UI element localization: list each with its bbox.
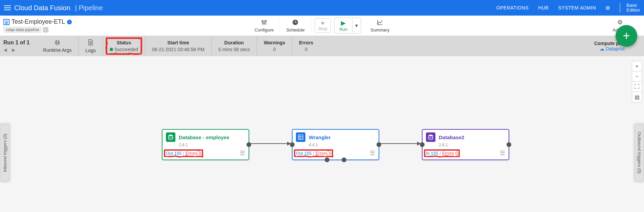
clock-icon (293, 19, 299, 26)
brand-title: Cloud Data Fusion (14, 4, 70, 12)
output-port[interactable] (507, 142, 511, 147)
add-tag-button[interactable]: + (43, 27, 48, 33)
edition-badge: Basic Edition (620, 3, 640, 13)
errors-cell: Errors 0 (292, 36, 320, 56)
nav-system-admin[interactable]: SYSTEM ADMIN (558, 5, 596, 10)
database-icon (426, 132, 435, 142)
error-port[interactable] (342, 157, 346, 162)
run-pager: ◀ ▶ (3, 47, 16, 52)
node-database-employee[interactable]: Database - employee 2.6.1 Out 155/Errors… (162, 129, 249, 160)
brand-subtitle: | Pipeline (75, 4, 103, 12)
pipeline-title: Test-Employee-ETL (12, 18, 65, 25)
comments-button[interactable]: ▤ (632, 92, 642, 102)
args-icon: Ⓜ (55, 40, 60, 46)
node-stats: Out 155/Errors 0 (296, 151, 331, 156)
nav-operations[interactable]: OPERATIONS (496, 5, 529, 10)
pipeline-tag[interactable]: cdap-data-pipeline (3, 27, 42, 33)
node-stats: Out 155/Errors 0 (166, 151, 201, 156)
inbound-triggers-tab[interactable]: Inbound triggers (0) (0, 124, 9, 182)
cloud-icon: ☁ (600, 46, 604, 51)
summary-button[interactable]: Summary (364, 19, 395, 33)
alert-port[interactable] (325, 157, 329, 162)
svg-point-3 (263, 23, 265, 24)
svg-point-5 (265, 20, 266, 22)
run-button[interactable]: ▶ Run (335, 18, 352, 33)
configure-button[interactable]: Configure (249, 19, 280, 33)
sliders-icon (261, 19, 267, 26)
connector-line (249, 143, 288, 144)
zoom-controls: + − ⛶ ▤ (632, 61, 642, 102)
run-counter: Run 1 of 1 (3, 40, 29, 46)
pipeline-canvas[interactable]: + − ⛶ ▤ Inbound triggers (0) Outbound tr… (0, 56, 644, 212)
zoom-in-button[interactable]: + (632, 61, 642, 71)
node-database2[interactable]: Database2 2.6.1 In 155/Errors 0 ☰ (422, 129, 509, 160)
svg-point-1 (262, 21, 263, 22)
run-status-bar: Run 1 of 1 ◀ ▶ Ⓜ Runtime Args Logs Statu… (0, 36, 644, 56)
input-port[interactable] (420, 142, 425, 147)
node-stats: In 155/Errors 0 (426, 151, 458, 156)
node-menu-icon[interactable]: ☰ (500, 149, 505, 157)
outbound-triggers-tab[interactable]: Outbound triggers (0) (635, 124, 644, 182)
status-dot-icon (110, 48, 113, 51)
pipeline-logo-icon (3, 19, 9, 25)
play-icon: ▶ (341, 19, 346, 27)
database-icon (166, 132, 175, 142)
start-time-cell: Start time 06-21-2021 03:46:58 PM (145, 36, 212, 56)
warnings-cell: Warnings 0 (257, 36, 292, 56)
wrangler-icon (296, 132, 305, 142)
connector-line (379, 143, 418, 144)
node-menu-icon[interactable]: ☰ (370, 149, 375, 157)
zoom-out-button[interactable]: − (632, 71, 642, 82)
pipeline-toolbar: Test-Employee-ETL i cdap-data-pipeline +… (0, 16, 644, 36)
settings-icon[interactable]: ⚙ (605, 5, 610, 11)
output-port[interactable] (377, 142, 381, 147)
input-port[interactable] (290, 142, 295, 147)
output-port[interactable] (246, 142, 251, 147)
menu-icon[interactable] (4, 5, 11, 10)
nav-hub[interactable]: HUB (538, 5, 549, 10)
svg-rect-15 (298, 135, 303, 140)
svg-point-14 (169, 135, 173, 136)
stop-icon: ■ (318, 20, 327, 26)
run-button-group: ▶ Run ▾ (334, 18, 361, 34)
file-icon (88, 39, 93, 46)
add-fab-button[interactable]: + (616, 25, 637, 47)
chart-icon (377, 19, 383, 26)
prev-run-button[interactable]: ◀ (3, 47, 7, 52)
logs-button[interactable]: Logs (79, 36, 103, 56)
gear-icon: ⚙ (617, 19, 623, 26)
next-run-button[interactable]: ▶ (12, 47, 16, 52)
run-dropdown-button[interactable]: ▾ (352, 18, 361, 33)
info-icon[interactable]: i (67, 20, 72, 24)
status-cell: Status Succeeded (103, 36, 145, 56)
duration-cell: Duration 5 mins 58 secs (212, 36, 257, 56)
runtime-args-button[interactable]: Ⓜ Runtime Args (36, 36, 79, 56)
svg-point-19 (429, 135, 433, 136)
node-menu-icon[interactable]: ☰ (240, 149, 245, 157)
top-navbar: Cloud Data Fusion | Pipeline OPERATIONS … (0, 0, 644, 16)
schedule-button[interactable]: Schedule (280, 19, 311, 33)
stop-button[interactable]: ■ Stop (315, 18, 331, 33)
fit-screen-button[interactable]: ⛶ (632, 82, 642, 92)
node-wrangler[interactable]: Wrangler 4.4.1 Out 155/Errors 0 ☰ (292, 129, 379, 160)
